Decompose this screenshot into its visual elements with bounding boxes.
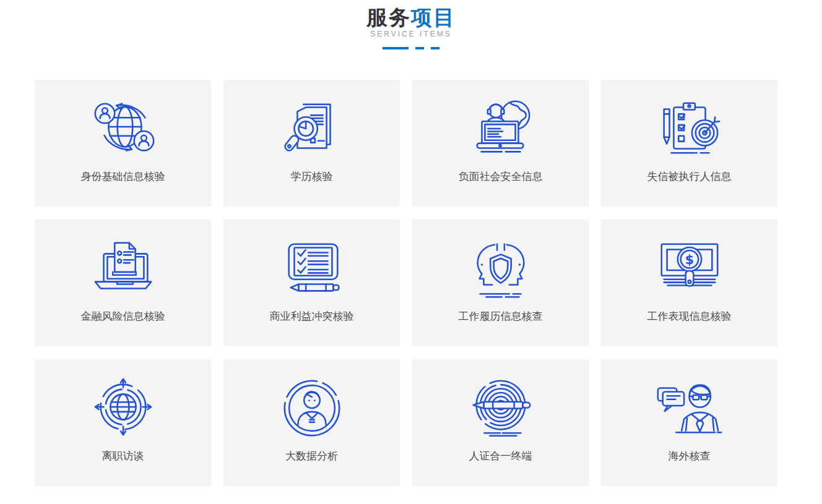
service-card-financial-risk[interactable]: 金融风险信息核验 — [35, 220, 211, 346]
service-card-conflict-of-interest[interactable]: 商业利益冲突核验 — [223, 220, 400, 346]
tablet-checklist-pen-icon — [223, 229, 400, 307]
service-card-work-history[interactable]: 工作履历信息核查 — [412, 220, 589, 346]
service-card-label: 商业利益冲突核验 — [223, 309, 400, 323]
service-card-label: 离职访谈 — [35, 449, 211, 463]
service-card-social-security[interactable]: 负面社会安全信息 — [412, 80, 589, 207]
banknote-magnifier-icon: $ — [601, 229, 777, 307]
section-title-dark: 服务 — [366, 6, 411, 29]
identity-globe-icon — [35, 90, 211, 168]
title-underline-decoration — [0, 47, 822, 49]
services-grid: 身份基础信息核验 学历核验 — [35, 80, 822, 486]
service-card-label: 人证合一终端 — [412, 449, 589, 463]
service-card-exit-interview[interactable]: 离职访谈 — [35, 359, 211, 486]
clipboard-target-icon — [601, 90, 777, 168]
section-subtitle: SERVICE ITEMS — [0, 30, 822, 38]
dash-long — [383, 47, 409, 49]
service-card-dishonesty[interactable]: 失信被执行人信息 — [601, 80, 777, 207]
services-section: 服务项目 SERVICE ITEMS — [0, 0, 822, 486]
service-card-label: 身份基础信息核验 — [35, 169, 211, 184]
target-pen-icon — [412, 369, 589, 447]
dash-short — [431, 47, 439, 49]
service-card-label: 负面社会安全信息 — [412, 169, 589, 184]
service-card-work-performance[interactable]: $ 工作表现信息核验 — [601, 220, 777, 346]
service-card-big-data[interactable]: 大数据分析 — [223, 359, 400, 486]
service-card-overseas[interactable]: 海外核查 — [601, 359, 777, 486]
section-title-accent: 项目 — [411, 6, 456, 29]
service-card-id-verification-terminal[interactable]: 人证合一终端 — [412, 359, 589, 486]
globe-crosshair-icon — [35, 369, 211, 447]
service-card-label: 学历核验 — [223, 169, 400, 184]
service-card-label: 失信被执行人信息 — [601, 169, 777, 184]
dash-short — [415, 47, 424, 49]
service-card-label: 工作履历信息核查 — [412, 309, 589, 323]
service-card-label: 大数据分析 — [223, 449, 400, 463]
person-speech-bubble-icon — [601, 369, 777, 447]
svg-text:$: $ — [685, 252, 693, 267]
service-card-identity[interactable]: 身份基础信息核验 — [35, 80, 211, 207]
service-card-label: 工作表现信息核验 — [601, 309, 777, 323]
service-card-education[interactable]: 学历核验 — [223, 80, 400, 207]
laptop-document-icon — [35, 229, 211, 307]
avatar-circle-icon — [223, 369, 400, 447]
service-card-label: 金融风险信息核验 — [35, 309, 211, 323]
service-card-label: 海外核查 — [601, 449, 777, 463]
education-certificate-magnifier-icon — [223, 90, 400, 168]
twin-heads-shield-icon — [412, 229, 589, 307]
agent-laptop-globe-icon — [412, 90, 589, 168]
page-title: 服务项目 — [0, 0, 822, 25]
